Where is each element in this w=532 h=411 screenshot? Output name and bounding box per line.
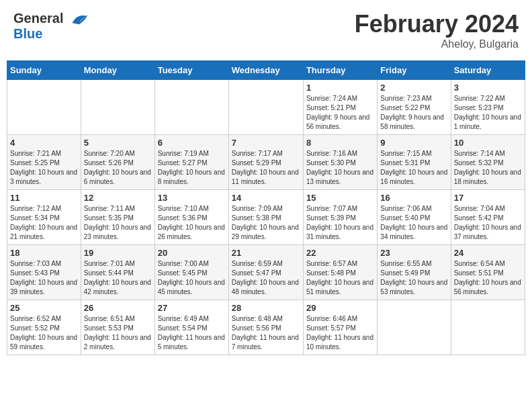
day-number: 14 — [232, 193, 300, 203]
day-cell: 25Sunrise: 6:52 AMSunset: 5:52 PMDayligh… — [7, 300, 81, 355]
header-saturday: Saturday — [451, 61, 525, 80]
week-row-2: 4Sunrise: 7:21 AMSunset: 5:25 PMDaylight… — [7, 135, 525, 190]
day-number: 13 — [158, 193, 226, 203]
day-number: 26 — [84, 303, 152, 313]
day-info: Sunrise: 6:57 AMSunset: 5:48 PMDaylight:… — [306, 259, 374, 297]
day-cell: 27Sunrise: 6:49 AMSunset: 5:54 PMDayligh… — [154, 300, 228, 355]
day-cell: 10Sunrise: 7:14 AMSunset: 5:32 PMDayligh… — [451, 135, 525, 190]
day-cell — [378, 300, 451, 355]
day-number: 27 — [158, 303, 226, 313]
week-row-3: 11Sunrise: 7:12 AMSunset: 5:34 PMDayligh… — [7, 190, 525, 245]
day-cell: 23Sunrise: 6:55 AMSunset: 5:49 PMDayligh… — [378, 245, 451, 300]
day-number: 24 — [454, 248, 522, 258]
day-number: 16 — [380, 193, 447, 203]
day-cell: 5Sunrise: 7:20 AMSunset: 5:26 PMDaylight… — [81, 135, 154, 190]
title-area: February 2024 Aheloy, Bulgaria — [355, 10, 519, 50]
day-cell: 15Sunrise: 7:07 AMSunset: 5:39 PMDayligh… — [303, 190, 377, 245]
week-row-5: 25Sunrise: 6:52 AMSunset: 5:52 PMDayligh… — [7, 300, 525, 355]
day-number: 10 — [454, 138, 522, 148]
day-number: 7 — [232, 138, 300, 148]
day-cell: 2Sunrise: 7:23 AMSunset: 5:22 PMDaylight… — [378, 80, 451, 135]
day-info: Sunrise: 7:19 AMSunset: 5:27 PMDaylight:… — [158, 149, 226, 187]
day-number: 4 — [10, 138, 78, 148]
day-info: Sunrise: 7:09 AMSunset: 5:38 PMDaylight:… — [232, 204, 300, 242]
day-info: Sunrise: 7:23 AMSunset: 5:22 PMDaylight:… — [380, 94, 447, 132]
day-cell: 19Sunrise: 7:01 AMSunset: 5:44 PMDayligh… — [81, 245, 154, 300]
day-info: Sunrise: 7:07 AMSunset: 5:39 PMDaylight:… — [306, 204, 374, 242]
day-info: Sunrise: 7:00 AMSunset: 5:45 PMDaylight:… — [158, 259, 226, 297]
day-cell: 29Sunrise: 6:46 AMSunset: 5:57 PMDayligh… — [303, 300, 377, 355]
header: General Blue February 2024 Aheloy, Bulga… — [7, 7, 525, 54]
day-number: 23 — [380, 248, 447, 258]
day-number: 21 — [232, 248, 300, 258]
day-info: Sunrise: 6:48 AMSunset: 5:56 PMDaylight:… — [232, 314, 300, 352]
month-title: February 2024 — [355, 10, 519, 38]
day-info: Sunrise: 7:04 AMSunset: 5:42 PMDaylight:… — [454, 204, 522, 242]
calendar: Sunday Monday Tuesday Wednesday Thursday… — [7, 60, 525, 355]
day-info: Sunrise: 7:11 AMSunset: 5:35 PMDaylight:… — [84, 204, 152, 242]
day-info: Sunrise: 7:10 AMSunset: 5:36 PMDaylight:… — [158, 204, 226, 242]
day-cell — [7, 80, 81, 135]
header-thursday: Thursday — [303, 61, 377, 80]
day-info: Sunrise: 7:16 AMSunset: 5:30 PMDaylight:… — [306, 149, 374, 187]
day-cell: 21Sunrise: 6:59 AMSunset: 5:47 PMDayligh… — [228, 245, 303, 300]
header-wednesday: Wednesday — [228, 61, 303, 80]
day-info: Sunrise: 6:59 AMSunset: 5:47 PMDaylight:… — [232, 259, 300, 297]
calendar-header-row: Sunday Monday Tuesday Wednesday Thursday… — [7, 61, 525, 80]
day-info: Sunrise: 7:21 AMSunset: 5:25 PMDaylight:… — [10, 149, 78, 187]
day-cell — [228, 80, 303, 135]
day-info: Sunrise: 7:17 AMSunset: 5:29 PMDaylight:… — [232, 149, 300, 187]
day-info: Sunrise: 7:12 AMSunset: 5:34 PMDaylight:… — [10, 204, 78, 242]
day-cell: 1Sunrise: 7:24 AMSunset: 5:21 PMDaylight… — [303, 80, 377, 135]
day-info: Sunrise: 7:24 AMSunset: 5:21 PMDaylight:… — [306, 94, 374, 132]
day-cell: 28Sunrise: 6:48 AMSunset: 5:56 PMDayligh… — [228, 300, 303, 355]
day-number: 22 — [306, 248, 374, 258]
day-cell: 22Sunrise: 6:57 AMSunset: 5:48 PMDayligh… — [303, 245, 377, 300]
day-cell — [154, 80, 228, 135]
day-number: 8 — [306, 138, 374, 148]
day-info: Sunrise: 6:51 AMSunset: 5:53 PMDaylight:… — [84, 314, 152, 352]
logo-general: General — [13, 11, 63, 26]
week-row-4: 18Sunrise: 7:03 AMSunset: 5:43 PMDayligh… — [7, 245, 525, 300]
day-cell: 16Sunrise: 7:06 AMSunset: 5:40 PMDayligh… — [378, 190, 451, 245]
logo-bird-icon — [70, 10, 89, 29]
day-cell: 17Sunrise: 7:04 AMSunset: 5:42 PMDayligh… — [451, 190, 525, 245]
day-info: Sunrise: 6:49 AMSunset: 5:54 PMDaylight:… — [158, 314, 226, 352]
day-cell: 3Sunrise: 7:22 AMSunset: 5:23 PMDaylight… — [451, 80, 525, 135]
week-row-1: 1Sunrise: 7:24 AMSunset: 5:21 PMDaylight… — [7, 80, 525, 135]
day-cell — [451, 300, 525, 355]
day-number: 2 — [380, 83, 447, 93]
day-cell: 4Sunrise: 7:21 AMSunset: 5:25 PMDaylight… — [7, 135, 81, 190]
day-cell: 7Sunrise: 7:17 AMSunset: 5:29 PMDaylight… — [228, 135, 303, 190]
day-info: Sunrise: 7:20 AMSunset: 5:26 PMDaylight:… — [84, 149, 152, 187]
header-monday: Monday — [81, 61, 154, 80]
day-number: 28 — [232, 303, 300, 313]
day-cell: 12Sunrise: 7:11 AMSunset: 5:35 PMDayligh… — [81, 190, 154, 245]
day-info: Sunrise: 6:54 AMSunset: 5:51 PMDaylight:… — [454, 259, 522, 297]
day-cell: 18Sunrise: 7:03 AMSunset: 5:43 PMDayligh… — [7, 245, 81, 300]
day-cell: 8Sunrise: 7:16 AMSunset: 5:30 PMDaylight… — [303, 135, 377, 190]
day-number: 5 — [84, 138, 152, 148]
day-info: Sunrise: 7:03 AMSunset: 5:43 PMDaylight:… — [10, 259, 78, 297]
day-cell: 6Sunrise: 7:19 AMSunset: 5:27 PMDaylight… — [154, 135, 228, 190]
day-info: Sunrise: 7:06 AMSunset: 5:40 PMDaylight:… — [380, 204, 447, 242]
day-number: 9 — [380, 138, 447, 148]
day-number: 1 — [306, 83, 374, 93]
day-number: 18 — [10, 248, 78, 258]
day-cell: 11Sunrise: 7:12 AMSunset: 5:34 PMDayligh… — [7, 190, 81, 245]
day-number: 11 — [10, 193, 78, 203]
day-cell: 9Sunrise: 7:15 AMSunset: 5:31 PMDaylight… — [378, 135, 451, 190]
day-number: 6 — [158, 138, 226, 148]
day-info: Sunrise: 7:01 AMSunset: 5:44 PMDaylight:… — [84, 259, 152, 297]
header-tuesday: Tuesday — [154, 61, 228, 80]
location-title: Aheloy, Bulgaria — [355, 38, 519, 50]
day-number: 3 — [454, 83, 522, 93]
day-cell: 24Sunrise: 6:54 AMSunset: 5:51 PMDayligh… — [451, 245, 525, 300]
day-info: Sunrise: 6:52 AMSunset: 5:52 PMDaylight:… — [10, 314, 78, 352]
day-info: Sunrise: 7:22 AMSunset: 5:23 PMDaylight:… — [454, 94, 522, 132]
day-number: 20 — [158, 248, 226, 258]
day-number: 15 — [306, 193, 374, 203]
day-info: Sunrise: 6:46 AMSunset: 5:57 PMDaylight:… — [306, 314, 374, 352]
logo: General Blue — [13, 10, 89, 42]
day-cell: 26Sunrise: 6:51 AMSunset: 5:53 PMDayligh… — [81, 300, 154, 355]
